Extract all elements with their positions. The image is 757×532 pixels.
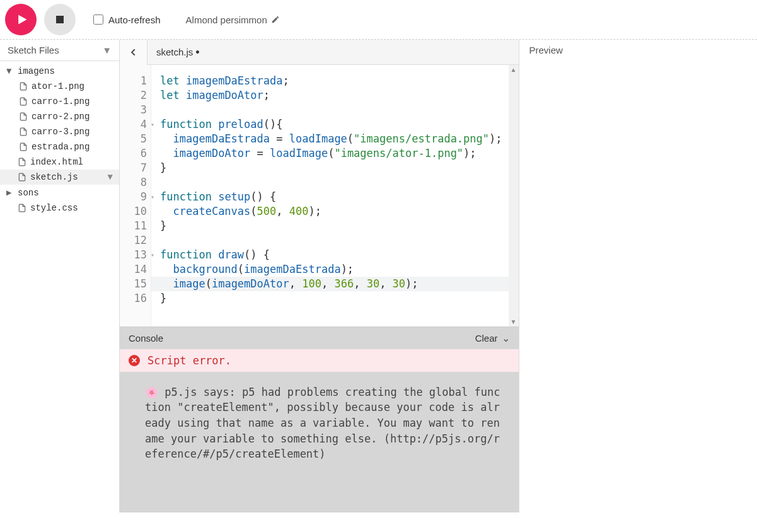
error-icon: ✕ bbox=[129, 355, 140, 366]
editor-column: sketch.js • 12345678910111213141516 let … bbox=[120, 40, 519, 512]
file-options-icon[interactable]: ▼ bbox=[108, 172, 113, 182]
toolbar: Auto-refresh Almond persimmon bbox=[0, 0, 757, 39]
console: Console Clear ⌄ ✕ Script error. 🌸 p5.js … bbox=[120, 327, 519, 512]
file-tree: ▼imagensator-1.pngcarro-1.pngcarro-2.png… bbox=[0, 61, 119, 218]
preview-column: Preview bbox=[519, 40, 757, 512]
file-name: index.html bbox=[30, 157, 83, 167]
code-editor[interactable]: 12345678910111213141516 let imagemDaEstr… bbox=[120, 65, 519, 327]
file-tree-item-carro-1-png[interactable]: carro-1.png bbox=[0, 94, 119, 109]
console-header: Console Clear ⌄ bbox=[120, 327, 519, 349]
file-tree-item-ator-1-png[interactable]: ator-1.png bbox=[0, 79, 119, 94]
tab-label: sketch.js bbox=[156, 47, 193, 57]
preview-title: Preview bbox=[529, 45, 747, 55]
console-error-text: Script error. bbox=[147, 354, 231, 367]
scroll-down-icon[interactable]: ▼ bbox=[511, 318, 517, 325]
sidebar-title: Sketch Files bbox=[8, 45, 59, 55]
file-name: carro-2.png bbox=[32, 112, 90, 122]
file-name: style.css bbox=[30, 203, 78, 213]
code-content[interactable]: let imagemDaEstrada;let imagemDoAtor; fu… bbox=[151, 65, 509, 327]
collapse-sidebar-button[interactable] bbox=[120, 40, 147, 65]
tab-sketch-js[interactable]: sketch.js • bbox=[147, 47, 209, 58]
file-tree-item-sketch-js[interactable]: sketch.js▼ bbox=[0, 170, 119, 185]
sketch-name[interactable]: Almond persimmon bbox=[186, 14, 280, 25]
console-clear-button[interactable]: Clear ⌄ bbox=[475, 332, 510, 344]
file-tree-item-sons[interactable]: ▶sons bbox=[0, 185, 119, 200]
file-name: imagens bbox=[18, 66, 55, 76]
line-number-gutter: 12345678910111213141516 bbox=[120, 65, 151, 327]
console-title: Console bbox=[129, 333, 163, 344]
file-name: sketch.js bbox=[30, 172, 78, 182]
file-name: ator-1.png bbox=[32, 81, 84, 91]
sidebar: Sketch Files ▼ ▼imagensator-1.pngcarro-1… bbox=[0, 40, 120, 512]
svg-rect-0 bbox=[56, 16, 64, 23]
file-name: estrada.png bbox=[32, 142, 90, 152]
scroll-up-icon[interactable]: ▲ bbox=[511, 66, 517, 73]
scrollbar[interactable]: ▲ ▼ bbox=[509, 65, 519, 327]
stop-icon bbox=[54, 14, 66, 25]
console-error-row: ✕ Script error. bbox=[120, 349, 519, 372]
unsaved-indicator-icon: • bbox=[195, 47, 199, 58]
play-icon bbox=[16, 13, 28, 26]
console-message: 🌸 p5.js says: p5 had problems creating t… bbox=[120, 372, 519, 512]
chevron-down-icon: ⌄ bbox=[502, 332, 510, 344]
sidebar-options-icon[interactable]: ▼ bbox=[102, 45, 112, 55]
file-tree-item-carro-2-png[interactable]: carro-2.png bbox=[0, 109, 119, 124]
auto-refresh-toggle[interactable]: Auto-refresh bbox=[93, 14, 161, 25]
file-name: carro-1.png bbox=[32, 96, 90, 107]
console-body: ✕ Script error. 🌸 p5.js says: p5 had pro… bbox=[120, 349, 519, 512]
stop-button[interactable] bbox=[44, 4, 76, 35]
tab-bar: sketch.js • bbox=[120, 40, 519, 65]
auto-refresh-label: Auto-refresh bbox=[108, 14, 161, 25]
sidebar-header: Sketch Files ▼ bbox=[0, 40, 119, 61]
console-clear-label: Clear bbox=[475, 333, 498, 344]
auto-refresh-checkbox[interactable] bbox=[93, 14, 103, 25]
file-name: sons bbox=[18, 188, 39, 198]
file-name: carro-3.png bbox=[32, 127, 90, 137]
file-tree-item-index-html[interactable]: index.html bbox=[0, 154, 119, 170]
pencil-icon bbox=[271, 15, 280, 24]
file-tree-item-imagens[interactable]: ▼imagens bbox=[0, 64, 119, 79]
main: Sketch Files ▼ ▼imagensator-1.pngcarro-1… bbox=[0, 40, 757, 512]
file-tree-item-carro-3-png[interactable]: carro-3.png bbox=[0, 124, 119, 139]
file-tree-item-style-css[interactable]: style.css bbox=[0, 200, 119, 216]
play-button[interactable] bbox=[5, 4, 37, 35]
chevron-left-icon bbox=[129, 48, 138, 57]
file-tree-item-estrada-png[interactable]: estrada.png bbox=[0, 139, 119, 154]
sketch-name-text: Almond persimmon bbox=[186, 14, 267, 25]
